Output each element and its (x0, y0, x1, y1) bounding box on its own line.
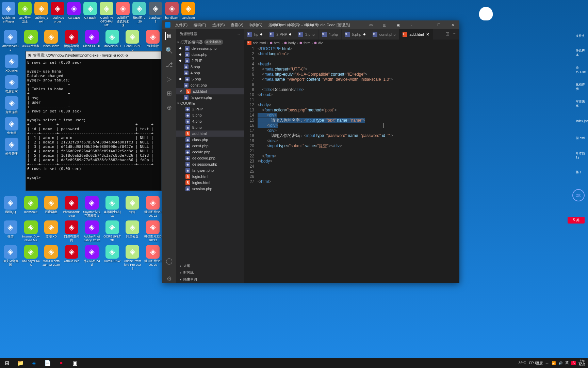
ime-indicator[interactable]: S 英 (568, 217, 585, 224)
folder-section[interactable]: ▾ COOKIE (176, 101, 244, 106)
file-item[interactable]: ◈2.PHP (176, 106, 244, 112)
desktop-icon[interactable]: ◈百度网盘 (43, 196, 60, 218)
desktop-icon[interactable]: ◈练习布线.c4d (83, 245, 101, 271)
ime-tray[interactable]: 英 (565, 361, 569, 365)
file-item[interactable]: ◈class.php (176, 137, 244, 143)
file-item[interactable]: 5add.html (176, 131, 244, 137)
desktop-icon[interactable]: ◈蓝湖 XD (43, 220, 60, 242)
cmd-window[interactable]: ⌘ 管理员: C:\Windows\system32\cmd.exe - mys… (26, 51, 162, 191)
desktop-icon[interactable]: ◈bandicam 2 (149, 2, 162, 27)
desktop-icon-partial[interactable]: index.jpe (575, 112, 588, 129)
breadcrumb-item[interactable]: add.html (253, 41, 266, 45)
open-editor-item[interactable]: ◈class.php (176, 51, 244, 58)
close-icon[interactable]: ✕ (426, 32, 429, 37)
file-item[interactable]: ◈const.php (176, 143, 244, 149)
desktop-icon[interactable]: ◈Corel CAPTU (124, 30, 142, 52)
search-icon[interactable]: 🔍 (165, 46, 173, 55)
menu-item[interactable]: 转到(G) (247, 21, 265, 29)
breadcrumb-item[interactable]: html (274, 41, 280, 45)
editor-tab[interactable]: ◈const.php (369, 29, 399, 40)
outline-item[interactable]: ▸陌生单词 (176, 276, 244, 283)
cmd-titlebar[interactable]: ⌘ 管理员: C:\Windows\system32\cmd.exe - mys… (26, 51, 161, 59)
desktop-icon[interactable]: ◈VideoConve (43, 30, 60, 52)
desktop-icon[interactable]: ◈360软件管家 (22, 30, 40, 52)
desktop-icon[interactable]: ◈360安全卫士 (18, 2, 32, 27)
split-editor-icon[interactable]: ◫ (445, 31, 449, 36)
file-item[interactable]: ◈4.php (176, 118, 244, 124)
system-tray[interactable]: 36°C CPU温度 ︿ 📶 🔊 英 S 上午 30/9 (519, 359, 588, 367)
desktop-icon[interactable]: ◈ps滤镜教 (144, 30, 162, 52)
desktop-icon[interactable]: ◈CorelDRAW (103, 245, 121, 271)
desktop-icon[interactable]: ◈Git Bash (83, 2, 97, 27)
vscode-taskbar-icon[interactable]: ◈ (27, 358, 41, 368)
menu-item[interactable]: 查看(V) (228, 21, 246, 29)
desktop-icon-partial[interactable]: 报.psd (575, 129, 588, 147)
cmd-output[interactable]: 8 rows in set (0.00 sec) mysql> use haha… (26, 59, 161, 181)
minimize-button[interactable]: ─ (419, 20, 432, 29)
desktop-icon[interactable]: ◈KMPlayer 64 X (22, 245, 40, 271)
code-area[interactable]: 1234567891011121314151617181920212223242… (244, 46, 459, 283)
volume-icon[interactable]: 🔊 (558, 361, 562, 365)
more-icon[interactable]: ⋯ (236, 32, 240, 36)
desktop-icon-partial[interactable]: 格子 (575, 164, 588, 181)
desktop-icon[interactable]: ◈QuickTime Player (2, 2, 15, 27)
file-item[interactable]: ◈delcookie.php (176, 155, 244, 161)
open-editor-item[interactable]: ◈const.php (176, 82, 244, 88)
desktop-icon[interactable]: ◈搜狗高速浏览 (63, 30, 80, 52)
desktop-icon[interactable]: ◈Iconscout (22, 196, 40, 218)
desktop-icon[interactable]: ◈Ulead COOL (83, 30, 101, 52)
minimap[interactable] (439, 46, 459, 283)
desktop-icon[interactable]: ◈Xara3D6 (67, 2, 81, 27)
desktop-icon[interactable]: ◈腾讯QQ (2, 196, 19, 218)
desktop-icon[interactable]: ◈Total Recorder (51, 2, 64, 27)
open-editors-section[interactable]: ▾ 打开的编辑器 3 个未保存 (176, 39, 244, 45)
editor-tab[interactable]: ◈hp (244, 29, 266, 40)
start-button[interactable]: ⊞ (0, 358, 14, 368)
menu-item[interactable]: 选择(S) (210, 21, 228, 29)
ime-s-icon[interactable]: S (571, 361, 576, 365)
breadcrumb-item[interactable]: div (318, 41, 323, 45)
desktop-icon[interactable]: ◈条形码生成.jsx (103, 196, 121, 218)
layout-icon[interactable]: ▣ (391, 20, 405, 29)
desktop-icon[interactable]: ◈OCRB10N.TTF (103, 220, 121, 242)
desktop-icon[interactable]: ◈软件管理 (2, 138, 21, 156)
source-control-icon[interactable]: ⎇ (165, 61, 173, 69)
desktop-icon[interactable]: ◈ampserver32 (2, 30, 19, 52)
desktop-icon-partial[interactable]: 件及脚本 (575, 44, 588, 61)
desktop-icon[interactable]: ◈sublime_text (34, 2, 48, 27)
vscode-titlebar[interactable]: 文件(F)编辑(E)选择(S)查看(V)转到(G)运行(R)终端(T)帮助(H)… (162, 20, 459, 29)
editor-tab[interactable]: 5add.html✕ (399, 29, 433, 40)
desktop-icon[interactable]: ◈网易有道词典 (63, 220, 80, 242)
breadcrumb-item[interactable]: form (304, 41, 310, 45)
editor-tab[interactable]: ◈3.php (295, 29, 318, 40)
file-item[interactable]: ◈session.php (176, 186, 244, 192)
editor-tab[interactable]: ◈5.php (342, 29, 369, 40)
desktop-icon[interactable]: ◈电脑管家 (2, 75, 21, 93)
run-debug-icon[interactable]: ▷ (165, 75, 173, 83)
file-item[interactable]: 5logins.html (176, 180, 244, 186)
outline-item[interactable]: ▸大纲 (176, 262, 244, 269)
desktop-icon-partial[interactable]: 化石详情 (575, 78, 588, 95)
desktop-icon[interactable]: ◈微信图片22090720 (144, 245, 162, 271)
file-item[interactable]: ◈cookie.php (176, 149, 244, 155)
code-lines[interactable]: <!DOCTYPE html><html lang="en"> <head> <… (258, 46, 439, 283)
more-icon[interactable]: ⋯ (453, 31, 457, 36)
open-editor-item[interactable]: ◈5.php (176, 76, 244, 82)
breadcrumb-item[interactable]: body (288, 41, 296, 45)
explorer-icon[interactable]: 🗎 (165, 32, 173, 40)
open-editor-item[interactable]: ◈delsession.php (176, 45, 244, 51)
editor-tab[interactable]: ◈2.PHP (266, 29, 295, 40)
terminal-icon[interactable]: ▣ (68, 358, 82, 368)
desktop-icon-partial[interactable]: 文件夹 (575, 27, 588, 44)
desktop-icon[interactable]: ◈微信图片_20 (132, 2, 146, 27)
desktop-icon[interactable]: ◈Marvelous D (103, 30, 121, 52)
desktop-icon[interactable]: ◈PhotoScanPro.rar (63, 196, 80, 218)
menu-item[interactable]: 文件(F) (173, 21, 190, 29)
settings-gear-icon[interactable]: ⚙ (165, 275, 173, 283)
open-editor-item[interactable]: ◈4.php (176, 70, 244, 76)
open-editor-item[interactable]: ◈fangwen.php (176, 94, 244, 101)
desktop-icon[interactable]: ◈微信 (2, 220, 19, 242)
desktop-icon[interactable]: ◈XDpacks (2, 55, 21, 73)
layout-icon[interactable]: ▭ (364, 20, 378, 29)
vscode-window[interactable]: 文件(F)编辑(E)选择(S)查看(V)转到(G)运行(R)终端(T)帮助(H)… (162, 20, 459, 283)
